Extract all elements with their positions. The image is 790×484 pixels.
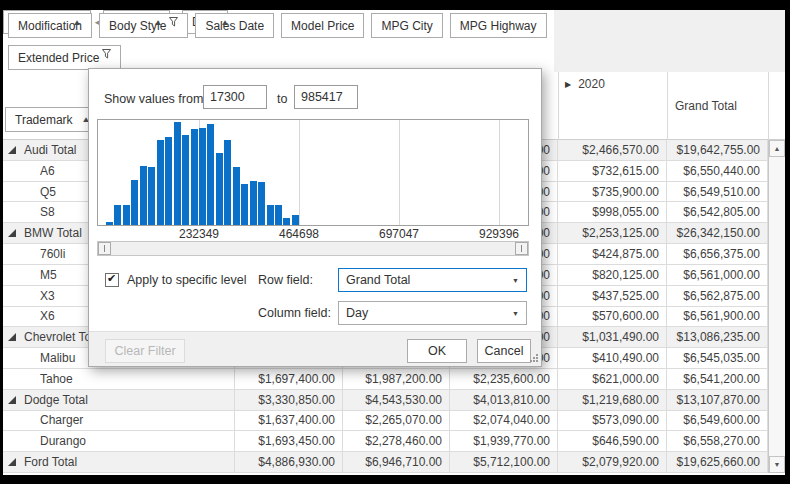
field-label: Model Price (291, 19, 354, 33)
histogram-bar (140, 166, 147, 225)
row-label: X3 (40, 289, 55, 303)
value-cell: $5,712,100.00 (450, 452, 558, 472)
histogram-plot (98, 120, 528, 225)
value-cell: $2,278,460.00 (343, 431, 450, 451)
histogram-bar (250, 181, 257, 225)
axis-tick-label: 697047 (369, 227, 429, 241)
value-cell: $732,615.00 (558, 161, 667, 181)
filter-field-model-price[interactable]: Model Price (281, 13, 364, 38)
scroll-up-button[interactable]: ▲ (769, 140, 785, 157)
value-cell: $13,086,235.00 (667, 327, 768, 347)
row-label: Audi Total (24, 143, 76, 157)
value-cell: $1,693,450.00 (235, 431, 343, 451)
expanded-group-icon[interactable] (8, 333, 16, 341)
table-row: Dodge Total$3,330,850.00$4,543,530.00$4,… (3, 390, 768, 411)
value-cell: $1,637,400.00 (235, 411, 343, 431)
column-field-label: Column field: (258, 306, 331, 320)
histogram-bar (123, 205, 130, 225)
show-values-from-label: Show values from (104, 92, 203, 106)
axis-tick-label: 929396 (469, 227, 529, 241)
expanded-group-icon[interactable] (8, 458, 16, 466)
scroll-down-button[interactable]: ▼ (769, 456, 785, 473)
column-area-panel (554, 10, 785, 73)
histogram-gridline (399, 120, 400, 225)
apply-to-specific-level-checkbox[interactable]: ✔ (105, 273, 119, 287)
row-header-durango[interactable]: Durango (3, 431, 235, 451)
value-cell: $646,590.00 (558, 431, 667, 451)
row-label: Ford Total (24, 455, 77, 469)
data-field-extended-price[interactable]: Extended Price (8, 45, 121, 70)
value-cell: $2,079,920.00 (558, 452, 667, 472)
row-field-trademark[interactable]: Trademark ▲ (5, 107, 97, 132)
value-cell: $6,946,710.00 (343, 452, 450, 472)
row-header-charger[interactable]: Charger (3, 411, 235, 431)
vertical-scrollbar[interactable]: ▲ ▼ (768, 140, 785, 473)
field-label: MPG City (381, 19, 432, 33)
sort-asc-icon: ▲ (154, 18, 164, 27)
data-fields-row: Extended Price (8, 45, 121, 70)
filter-to-input[interactable] (294, 85, 358, 109)
row-field-value: Grand Total (346, 273, 410, 287)
filter-field-mpg-city[interactable]: MPG City (371, 13, 442, 38)
axis-tick-label: 232349 (169, 227, 229, 241)
expanded-group-icon[interactable] (8, 146, 16, 154)
axis-tick-label: 464698 (269, 227, 329, 241)
filter-field-sales-date[interactable]: Sales Date (195, 13, 274, 38)
row-header-dodge-total[interactable]: Dodge Total (3, 390, 235, 410)
sort-asc-icon: ▲ (72, 18, 82, 27)
row-field-combobox[interactable]: Grand Total ▼ (338, 268, 527, 292)
expanded-group-icon[interactable] (8, 229, 16, 237)
value-cell: $2,253,125.00 (558, 223, 667, 243)
value-cell: $621,000.00 (558, 369, 667, 389)
column-separator (768, 72, 769, 140)
histogram-bar (292, 215, 299, 225)
clear-filter-button[interactable]: Clear Filter (105, 339, 185, 363)
field-label: MPG Highway (460, 19, 537, 33)
resize-grip[interactable] (529, 354, 538, 363)
row-field-label: Trademark (15, 113, 73, 127)
field-panel: ModificationBody StyleSales DateModel Pr… (3, 10, 785, 72)
histogram-bar (283, 218, 290, 225)
ok-button[interactable]: OK (407, 339, 467, 363)
to-label: to (277, 92, 287, 106)
range-slider-right-handle[interactable] (515, 242, 528, 255)
column-header-grand-total[interactable]: Grand Total (675, 99, 737, 113)
range-slider-track[interactable] (97, 241, 529, 256)
histogram-bar (207, 124, 214, 225)
value-cell: $13,107,870.00 (667, 390, 768, 410)
value-cell: $410,490.00 (558, 348, 667, 368)
histogram-bar (174, 122, 181, 225)
filter-active-icon (169, 17, 178, 27)
cancel-button[interactable]: Cancel (477, 339, 531, 363)
scroll-up-icon: ▲ (774, 145, 781, 152)
scroll-down-icon: ▼ (774, 461, 781, 468)
row-label: S8 (40, 205, 55, 219)
histogram-gridline (299, 120, 300, 225)
filter-field-body-style[interactable]: Body Style (99, 13, 188, 38)
histogram-bar (148, 167, 155, 225)
histogram-bar (224, 140, 231, 225)
value-cell: $6,549,510.00 (667, 182, 768, 202)
row-header-ford-total[interactable]: Ford Total (3, 452, 235, 472)
histogram-bar (258, 182, 265, 225)
row-label: X6 (40, 309, 55, 323)
expanded-group-icon[interactable] (8, 396, 16, 404)
histogram-gridline (499, 120, 500, 225)
row-label: M5 (40, 268, 57, 282)
value-cell: $2,235,600.00 (450, 369, 558, 389)
row-label: Durango (40, 434, 86, 448)
field-label: Sales Date (205, 19, 264, 33)
row-header-tahoe[interactable]: Tahoe (3, 369, 235, 389)
filter-from-input[interactable] (203, 85, 267, 109)
row-label: Dodge Total (24, 393, 88, 407)
value-cell: $6,656,375.00 (667, 244, 768, 264)
range-slider-left-handle[interactable] (98, 242, 111, 255)
filter-field-mpg-highway[interactable]: MPG Highway (450, 13, 547, 38)
value-cell: $6,562,875.00 (667, 286, 768, 306)
collapsed-group-icon[interactable]: ▶ (565, 80, 571, 89)
column-header-2020[interactable]: ▶ 2020 (565, 77, 605, 91)
column-field-combobox[interactable]: Day ▼ (338, 301, 527, 325)
column-separator (558, 72, 559, 140)
value-cell: $6,561,900.00 (667, 307, 768, 327)
value-cell: $6,542,805.00 (667, 202, 768, 222)
